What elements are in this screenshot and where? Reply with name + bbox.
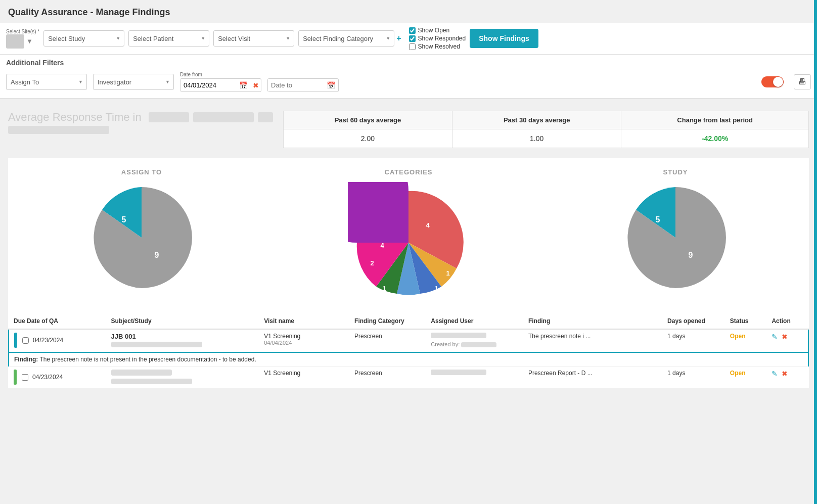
row1-user-blurred [431,333,486,338]
date-from-wrap: Date from 📅 ✖ [180,72,261,92]
investigator-select-wrap: Investigator [93,74,174,90]
row2-finding: Prescreen Report - D ... [523,366,662,388]
table-header-row: Due Date of QA Subject/Study Visit name … [9,313,808,329]
study-slice-gray [675,187,726,288]
assign-to-chart: ASSIGN TO 5 9 [8,168,275,303]
avg-table: Past 60 days average Past 30 days averag… [283,111,809,148]
table-row-expanded-detail: Finding: The prescreen note is not prese… [9,352,808,366]
avg-response-section: Average Response Time in Past 60 days av… [8,111,809,148]
study-chart-label: STUDY [663,168,688,176]
row1-visit-name: V1 Screening [264,333,344,340]
row1-edit-button[interactable]: ✎ [771,333,778,341]
findings-table: Due Date of QA Subject/Study Visit name … [8,313,809,388]
show-responded-checkbox[interactable] [409,35,416,42]
right-accent-bar [814,0,817,504]
avg-blurred1 [149,112,189,122]
visit-select-wrap: Select Visit [213,30,294,47]
row2-edit-button[interactable]: ✎ [771,370,778,378]
show-resolved-checkbox[interactable] [409,43,416,50]
row1-status-badge: Open [730,333,746,340]
section-divider [0,99,817,103]
findings-table-wrap: Due Date of QA Subject/Study Visit name … [8,313,809,388]
site-chevron-icon[interactable]: ▼ [26,37,33,45]
row2-study-blurred [111,379,192,384]
row2-due-date: 04/23/2024 [9,366,106,388]
row1-assigned: Created by: [426,329,523,352]
show-responded-checkbox-label[interactable]: Show Responded [409,35,466,42]
print-button[interactable]: 🖶 [794,74,811,89]
show-open-checkbox[interactable] [409,27,416,34]
calendar-from-icon[interactable]: 📅 [236,79,251,91]
row1-subject-id: JJB 001 [111,333,254,340]
avg-col2: Past 30 days average [452,111,621,129]
row1-created-by: Created by: [431,341,518,347]
row2-status: Open [725,366,767,388]
avg-title-prefix: Average Response Time in [8,111,145,124]
row1-date-value: 04/23/2024 [33,337,63,344]
assign-to-select[interactable]: Assign To [6,74,87,90]
calendar-to-icon[interactable]: 📅 [324,79,338,91]
date-from-input-inner: 📅 ✖ [180,78,261,92]
avg-left: Average Response Time in [8,111,273,148]
avg-col3: Change from last period [621,111,809,129]
visit-select[interactable]: Select Visit [213,30,294,47]
col-days: Days opened [662,313,725,329]
assign-to-chart-label: ASSIGN TO [121,168,162,176]
show-checkboxes: Show Open Show Responded Show Resolved [409,27,466,50]
row2-subject-blurred [111,370,172,376]
row2-status-badge: Open [730,370,746,377]
row2-delete-button[interactable]: ✖ [782,370,788,378]
date-to-label [267,72,339,77]
row2-visit: V1 Screening [259,366,349,388]
date-to-wrap: 📅 [267,72,339,92]
row2-action: ✎ ✖ [766,366,808,388]
avg-val3: -42.00% [621,129,809,148]
study-pie: 5 9 [620,182,731,293]
study-chart: STUDY 5 9 [542,168,809,303]
row2-visit-name: V1 Screening [264,370,344,377]
row2-user-blurred [431,370,486,375]
assign-to-slice-gray [142,187,192,288]
show-resolved-checkbox-label[interactable]: Show Resolved [409,43,466,50]
date-to-input[interactable] [268,79,324,91]
avg-subtitle [8,126,273,134]
finding-category-select[interactable]: Select Finding Category [298,30,394,47]
cat-purple [348,182,408,243]
assign-to-label-5: 5 [122,215,126,224]
toggle-switch[interactable] [761,76,784,87]
avg-val1: 2.00 [283,129,452,148]
patient-select-wrap: Select Patient [128,30,209,47]
toggle-circle [773,77,783,87]
row1-indicator [14,333,17,348]
show-open-checkbox-label[interactable]: Show Open [409,27,466,34]
site-label: Select Site(s) * [6,29,39,34]
col-finding: Finding [523,313,662,329]
row2-subject [106,366,259,388]
clear-date-from-icon[interactable]: ✖ [251,79,261,91]
investigator-select[interactable]: Investigator [93,74,174,90]
cat-label-4b: 4 [380,242,384,249]
additional-filters-title: Additional Filters [6,59,811,67]
row2-checkbox[interactable] [22,374,28,381]
filter-bar: Select Site(s) * ▼ Select Study Select P… [0,23,817,55]
assign-to-label-9: 9 [155,251,159,259]
avg-val2: 1.00 [452,129,621,148]
patient-select[interactable]: Select Patient [128,30,209,47]
cat-label-1a: 1 [446,269,449,277]
cat-label-1c: 1 [382,285,386,292]
show-findings-button[interactable]: Show Findings [470,29,538,48]
study-label-5: 5 [656,215,660,224]
study-select[interactable]: Select Study [43,30,124,47]
date-from-input[interactable] [180,79,236,91]
add-category-button[interactable]: + [396,34,401,43]
additional-filters-section: Additional Filters Assign To Investigato… [0,55,817,99]
row2-date-value: 04/23/2024 [32,374,63,381]
row2-category: Prescreen [349,366,426,388]
study-label-9: 9 [689,251,693,259]
main-content: Average Response Time in Past 60 days av… [0,103,817,396]
row1-checkbox[interactable] [22,337,29,344]
row1-delete-button[interactable]: ✖ [782,333,788,341]
finding-category-wrap: Select Finding Category + [298,30,401,47]
row1-category: Prescreen [349,329,426,352]
charts-row: ASSIGN TO 5 9 CATEGORIES [8,158,809,313]
